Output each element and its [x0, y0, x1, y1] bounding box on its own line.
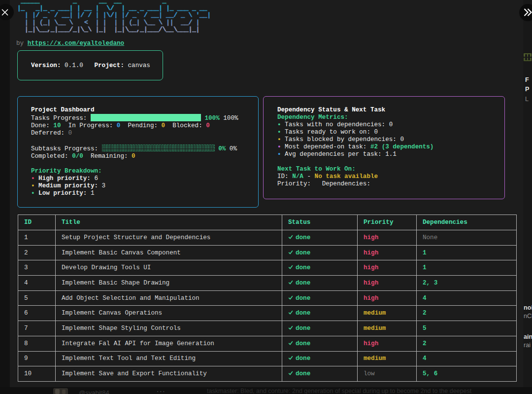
svg-text:_____ _ __ __: _____ _ __ __ _: [17, 0, 211, 4]
svg-text:|_ _|_ _ ___| | __ | \/ |: |_ _|_ _ ___| | __ | \/ | __ _ ___| |_ _…: [17, 5, 211, 12]
svg-text:|_|\__,_|___/_|\_\ |_| |_|\__: |_|\__,_|___/_|\_\ |_| |_|\__,_|___/\__\…: [17, 26, 211, 33]
svg-text:| | (_| \__ \ < | | | | (_: | | (_| \__ \ < | | | | (_| \__ \ || __/…: [17, 19, 211, 26]
svg-text:| |/ _` / __| |/ / | |\/| |/ _: | |/ _` / __| |/ / | |\/| |/ _` / __| __…: [17, 12, 211, 19]
